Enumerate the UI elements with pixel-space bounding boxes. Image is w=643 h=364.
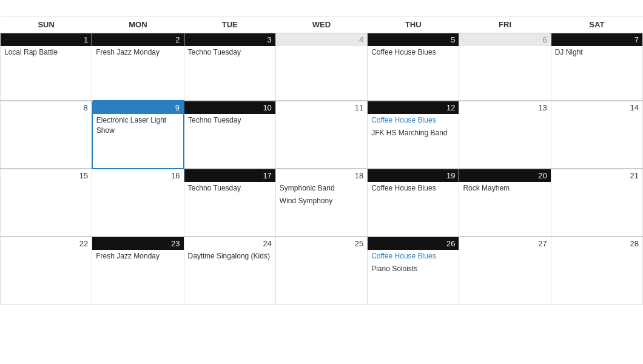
calendar-cell[interactable]: 12Coffee House BluesJFK HS Marching Band [368,101,459,169]
day-number: 6 [459,33,550,46]
calendar-cell[interactable]: 9Electronic Laser Light Show [92,101,184,169]
weekday-header: TUE [184,16,275,33]
calendar-cell[interactable]: 3Techno Tuesday [184,33,275,101]
day-number: 16 [92,169,183,182]
calendar-cell[interactable]: 21 [551,169,642,237]
calendar-cell[interactable]: 19Coffee House Blues [368,169,459,237]
calendar-cell[interactable]: 18Symphonic BandWind Symphony [275,169,367,237]
event: Fresh Jazz Monday [92,250,183,263]
calendar-cell[interactable]: 10Techno Tuesday [184,101,275,169]
calendar-cell[interactable]: 11 [275,101,367,169]
day-number: 24 [184,237,275,250]
calendar-cell[interactable]: 14 [551,101,642,169]
day-number: 21 [551,169,642,182]
calendar-cell[interactable]: 22 [1,237,92,305]
event: JFK HS Marching Band [368,127,459,140]
event: Piano Soloists [368,263,459,275]
day-number: 5 [368,33,459,46]
next-button[interactable] [613,7,625,12]
calendar-cell[interactable]: 27 [459,237,551,305]
calendar-header [0,0,643,16]
event: Coffee House Blues [368,182,459,195]
day-number: 4 [276,33,367,46]
event: Coffee House Blues [368,46,459,59]
weekday-header: THU [368,16,459,33]
calendar-cell[interactable]: 4 [275,33,367,101]
event: Electronic Laser Light Show [93,114,183,137]
day-number: 8 [1,101,92,114]
calendar-cell[interactable]: 20Rock Mayhem [459,169,551,237]
day-number: 19 [368,169,459,182]
day-number: 17 [184,169,275,182]
calendar-cell[interactable]: 5Coffee House Blues [368,33,459,101]
calendar-cell[interactable]: 17Techno Tuesday [184,169,275,237]
calendar-cell[interactable]: 15 [1,169,92,237]
calendar-cell[interactable]: 26Coffee House BluesPiano Soloists [368,237,459,305]
event: Coffee House Blues [368,250,459,263]
event: Techno Tuesday [184,46,275,59]
weekday-header: SAT [551,16,642,33]
calendar-cell[interactable]: 23Fresh Jazz Monday [92,237,184,305]
day-number: 14 [551,101,642,114]
day-number: 13 [459,101,550,114]
day-number: 2 [92,33,183,46]
day-number: 10 [184,101,275,114]
day-number: 7 [551,33,642,46]
calendar-cell[interactable]: 1Local Rap Battle [1,33,92,101]
day-number: 1 [1,33,92,46]
calendar-cell[interactable]: 25 [275,237,367,305]
day-number: 28 [551,237,642,250]
day-number: 11 [276,101,367,114]
event: Rock Mayhem [459,182,550,195]
calendar-grid: SUNMONTUEWEDTHUFRISAT 1Local Rap Battle2… [0,16,643,305]
day-number: 26 [368,237,459,250]
event: Wind Symphony [276,195,367,207]
day-number: 12 [368,101,459,114]
day-number: 3 [184,33,275,46]
day-number: 20 [459,169,550,182]
calendar-cell[interactable]: 8 [1,101,92,169]
prev-button[interactable] [18,7,30,12]
day-number: 25 [276,237,367,250]
calendar-cell[interactable]: 16 [92,169,184,237]
event: Fresh Jazz Monday [92,46,183,59]
day-number: 9 [93,101,183,114]
event: Techno Tuesday [184,114,275,127]
event: Daytime Singalong (Kids) [184,250,275,263]
day-number: 23 [92,237,183,250]
event: Local Rap Battle [1,46,92,59]
weekday-header: MON [92,16,184,33]
calendar-cell[interactable]: 2Fresh Jazz Monday [92,33,184,101]
day-number: 22 [1,237,92,250]
calendar-cell[interactable]: 24Daytime Singalong (Kids) [184,237,275,305]
day-number: 18 [276,169,367,182]
weekday-header: WED [275,16,367,33]
calendar-cell[interactable]: 28 [551,237,642,305]
event: Symphonic Band [276,182,367,195]
weekday-header: FRI [459,16,551,33]
event: Techno Tuesday [184,182,275,195]
calendar-cell[interactable]: 13 [459,101,551,169]
event: DJ Night [551,46,642,59]
calendar-cell[interactable]: 7DJ Night [551,33,642,101]
day-number: 27 [459,237,550,250]
calendar-cell[interactable]: 6 [459,33,551,101]
day-number: 15 [1,169,92,182]
weekday-header: SUN [1,16,92,33]
event: Coffee House Blues [368,114,459,127]
